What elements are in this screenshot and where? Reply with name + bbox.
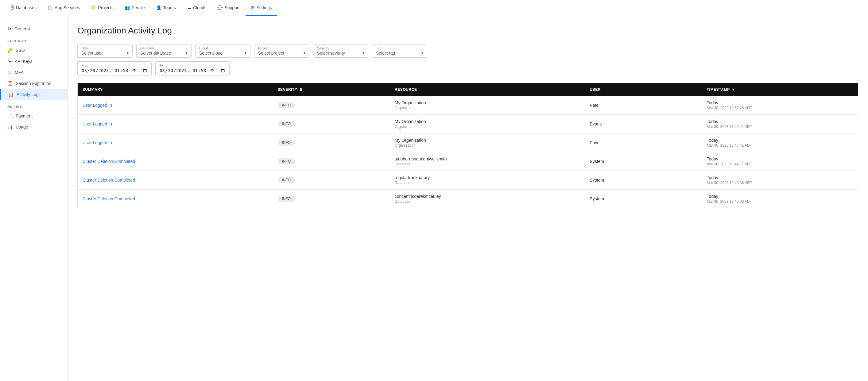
table-row: User Logged In INFO My Organization Orga… (78, 133, 858, 152)
page-title: Organization Activity Log (78, 26, 858, 36)
severity-filter-label: Severity (317, 46, 364, 50)
table-row: Cluster Deletion Completed INFO concentr… (78, 190, 858, 208)
payment-icon: 📄 (7, 114, 12, 119)
cell-summary: User Logged In (78, 133, 273, 152)
cloud-filter-value-row: Select cloud ▾ (199, 51, 246, 56)
nav-item-support[interactable]: 💬 Support (212, 0, 244, 16)
table-row: User Logged In INFO My Organization Orga… (78, 115, 858, 133)
summary-link[interactable]: Cluster Deletion Completed (83, 159, 135, 164)
from-date-input[interactable] (81, 68, 148, 73)
sidebar-item-sso[interactable]: 🔑 SSO (0, 45, 67, 56)
projects-icon: 📁 (91, 5, 96, 10)
sidebar: ⚙ General SECURITY 🔑 SSO 🗝 API Keys 🛡 MF… (0, 16, 67, 381)
nav-item-app-services[interactable]: 📋 App Services (43, 0, 85, 16)
summary-link[interactable]: User Logged In (83, 103, 112, 108)
user-filter[interactable]: User Select user ▾ (78, 44, 133, 58)
support-icon: 💬 (217, 5, 222, 10)
cell-user: System (585, 190, 702, 208)
main-layout: ⚙ General SECURITY 🔑 SSO 🗝 API Keys 🛡 MF… (0, 16, 868, 381)
summary-link[interactable]: User Logged In (83, 140, 112, 145)
nav-item-settings[interactable]: ⚙ Settings (246, 0, 277, 16)
project-filter-value: Select project (258, 51, 284, 56)
database-filter-value-row: Select database ▾ (140, 51, 188, 56)
col-header-resource: RESOURCE (390, 83, 585, 96)
database-filter[interactable]: Database Select database ▾ (136, 44, 191, 58)
sidebar-item-api-keys[interactable]: 🗝 API Keys (0, 56, 67, 67)
sidebar-item-session-expiration[interactable]: ⏳ Session Expiration (0, 78, 67, 89)
col-header-timestamp[interactable]: TIMESTAMP ▾ (702, 83, 858, 96)
main-content: Organization Activity Log User Select us… (67, 16, 868, 381)
sidebar-item-general[interactable]: ⚙ General (0, 23, 67, 34)
general-icon: ⚙ (7, 26, 11, 31)
timestamp-today: Today (707, 156, 853, 161)
severity-badge: INFO (278, 158, 295, 164)
resource-type: Database (395, 199, 580, 204)
user-filter-chevron: ▾ (127, 51, 129, 55)
database-filter-value: Select database (140, 51, 171, 56)
summary-link[interactable]: User Logged In (83, 122, 112, 126)
cell-severity: INFO (273, 152, 390, 171)
mfa-icon: 🛡 (7, 70, 12, 75)
tag-filter-label: Tag (376, 46, 423, 50)
nav-item-projects[interactable]: 📁 Projects (86, 0, 119, 16)
nav-item-teams[interactable]: 👤 Teams (151, 0, 181, 16)
cell-user: System (585, 171, 702, 190)
timestamp-today: Today (707, 194, 853, 199)
timestamp-detail: Mar 30, 2023 13:47:41 ADT (707, 143, 853, 148)
cell-user: Patel (585, 96, 702, 115)
cell-user: Evans (585, 115, 702, 133)
resource-name: My Organization (395, 138, 580, 142)
cell-resource: regularfrankharary Database (390, 171, 585, 190)
severity-filter-chevron: ▾ (363, 51, 364, 55)
app-services-icon: 📋 (48, 5, 53, 10)
to-date-group: To (155, 61, 229, 75)
table-row: Cluster Deletion Completed INFO regularf… (78, 171, 858, 190)
timestamp-detail: Mar 30, 2023 13:57:28 ADT (707, 106, 853, 110)
tag-filter-chevron: ▾ (422, 51, 423, 55)
resource-type: Database (395, 181, 580, 185)
databases-icon: 🗄 (10, 5, 14, 10)
severity-filter[interactable]: Severity Select severity ▾ (313, 44, 368, 58)
summary-link[interactable]: Cluster Deletion Completed (83, 178, 135, 183)
sidebar-item-payment[interactable]: 📄 Payment (0, 110, 67, 122)
timestamp-detail: Mar 30, 2023 13:42:06 ADT (707, 199, 853, 204)
tag-filter[interactable]: Tag Select tag ▾ (372, 44, 427, 58)
col-header-summary: SUMMARY (78, 83, 273, 96)
cell-summary: User Logged In (78, 96, 273, 115)
cloud-filter-chevron: ▾ (245, 51, 246, 55)
database-filter-chevron: ▾ (186, 51, 188, 55)
sidebar-item-mfa[interactable]: 🛡 MFA (0, 67, 67, 78)
nav-item-people[interactable]: 👥 People (120, 0, 150, 16)
resource-type: Organization (395, 106, 580, 110)
col-header-severity[interactable]: SEVERITY ⇅ (273, 83, 390, 96)
col-header-user: USER (585, 83, 702, 96)
cell-resource: My Organization Organization (390, 96, 585, 115)
summary-link[interactable]: Cluster Deletion Completed (83, 196, 135, 201)
project-filter-label: Project (258, 46, 305, 50)
resource-name: My Organization (395, 119, 580, 124)
cloud-filter[interactable]: Cloud Select cloud ▾ (195, 44, 250, 58)
sidebar-section-billing: BILLING (0, 100, 67, 110)
severity-badge: INFO (278, 102, 295, 108)
resource-name: regularfrankharary (395, 175, 580, 180)
sidebar-item-activity-log[interactable]: 📋 Activity Log (0, 89, 67, 100)
resource-type: Database (395, 162, 580, 166)
project-filter-chevron: ▾ (304, 51, 305, 55)
severity-filter-value: Select severity (317, 51, 345, 56)
database-filter-label: Database (140, 46, 188, 50)
teams-icon: 👤 (156, 5, 161, 10)
severity-badge: INFO (278, 139, 295, 146)
resource-type: Organization (395, 125, 580, 129)
cell-timestamp: Today Mar 30, 2023 13:43:36 ADT (702, 171, 858, 190)
sidebar-item-usage[interactable]: 📊 Usage (0, 122, 67, 132)
resource-name: stubbornbriancantwellsmith (395, 156, 580, 161)
timestamp-detail: Mar 30, 2023 13:43:36 ADT (707, 181, 853, 185)
activity-log-table-container: SUMMARY SEVERITY ⇅ RESOURCE USER (78, 83, 858, 208)
to-date-input[interactable] (159, 68, 226, 73)
sidebar-section-security: SECURITY (0, 34, 67, 45)
timestamp-today: Today (707, 138, 853, 142)
nav-item-databases[interactable]: 🗄 Databases (5, 0, 41, 16)
nav-item-clouds[interactable]: ☁ Clouds (182, 0, 212, 16)
project-filter[interactable]: Project Select project ▾ (254, 44, 309, 58)
session-icon: ⏳ (7, 81, 12, 86)
